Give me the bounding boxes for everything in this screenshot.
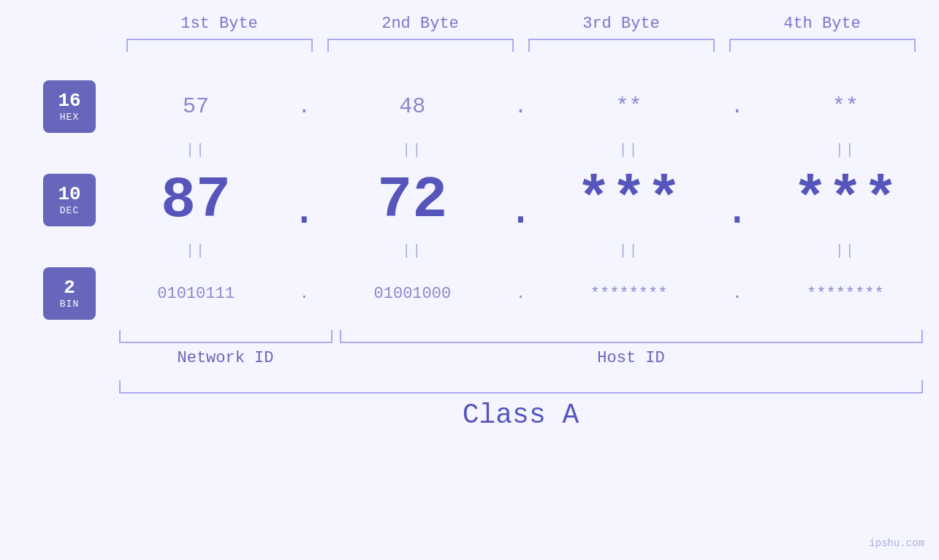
dec-b4: ***	[793, 167, 898, 234]
host-id-bracket	[340, 330, 923, 343]
hex-b2: 48	[399, 94, 425, 119]
hex-b4-cell: **	[752, 94, 939, 119]
class-a-label: Class A	[119, 399, 923, 431]
bottom-brackets	[119, 330, 923, 343]
bin-dot3: .	[723, 285, 752, 303]
separator-1: || || || ||	[102, 139, 939, 160]
bin-dot1: .	[289, 285, 319, 303]
sep1-b2: ||	[319, 142, 506, 158]
hex-badge: 16 HEX	[43, 80, 96, 133]
class-a-bracket	[119, 380, 923, 394]
bottom-labels: Network ID Host ID	[119, 349, 923, 367]
bracket-gap	[332, 330, 340, 343]
bracket-byte1	[126, 39, 313, 52]
dec-b1: 87	[161, 167, 231, 234]
hex-b1-cell: 57	[102, 94, 289, 119]
dec-b1-cell: 87	[102, 167, 289, 234]
dec-b3-cell: ***	[536, 167, 723, 234]
hex-dot2: .	[506, 94, 536, 119]
main-container: 1st Byte 2nd Byte 3rd Byte 4th Byte 16 H…	[0, 0, 939, 560]
dec-b3: ***	[577, 167, 682, 234]
hex-row: 57 . 48 . ** . **	[102, 74, 939, 139]
sep1-b3: ||	[536, 142, 723, 158]
bottom-section: Network ID Host ID Class A	[119, 330, 923, 431]
bin-b2: 01001000	[374, 285, 452, 303]
byte4-header: 4th Byte	[722, 15, 923, 33]
separator-2: || || || ||	[102, 240, 939, 261]
network-id-bracket	[119, 330, 332, 343]
bin-b1: 01010111	[157, 285, 235, 303]
bin-b4-cell: ********	[752, 285, 939, 303]
hex-b3: **	[616, 94, 642, 119]
hex-b2-cell: 48	[319, 94, 506, 119]
dec-row: 87 . 72 . *** . ***	[102, 160, 939, 240]
bin-b1-cell: 01010111	[102, 285, 289, 303]
hex-b4: **	[832, 94, 859, 119]
sep1-b4: ||	[752, 142, 939, 158]
hex-badge-label: HEX	[60, 112, 79, 123]
sep2-b3: ||	[536, 242, 723, 259]
dec-badge-num: 10	[58, 184, 80, 205]
bin-badge-label: BIN	[60, 299, 79, 310]
dec-dot3: .	[723, 167, 752, 233]
hex-b3-cell: **	[536, 94, 723, 119]
bin-b3-cell: ********	[536, 285, 723, 303]
hex-dot3: .	[723, 94, 752, 119]
dec-badge: 10 DEC	[43, 174, 96, 226]
byte-headers: 1st Byte 2nd Byte 3rd Byte 4th Byte	[119, 15, 923, 33]
bracket-byte3	[528, 39, 715, 52]
byte3-header: 3rd Byte	[521, 15, 722, 33]
badges-column: 16 HEX 10 DEC 2 BIN	[0, 74, 102, 326]
sep2-b2: ||	[319, 242, 506, 259]
bin-row: 01010111 . 01001000 . ******** .	[102, 261, 939, 326]
hex-b1: 57	[183, 94, 209, 119]
dec-b2: 72	[377, 167, 447, 234]
dec-dot2: .	[506, 167, 536, 233]
bin-b2-cell: 01001000	[319, 285, 506, 303]
bin-badge: 2 BIN	[43, 267, 96, 320]
watermark: ipshu.com	[869, 537, 924, 549]
dec-dot1: .	[289, 167, 319, 233]
host-id-label: Host ID	[340, 349, 923, 367]
ip-rows: 57 . 48 . ** . **	[102, 74, 939, 326]
hex-dot1: .	[289, 94, 319, 119]
bin-badge-num: 2	[64, 277, 75, 299]
byte2-header: 2nd Byte	[320, 15, 521, 33]
dec-b2-cell: 72	[319, 167, 506, 234]
dec-badge-label: DEC	[60, 205, 79, 216]
bin-b4: ********	[807, 285, 884, 303]
sep2-b4: ||	[752, 242, 939, 259]
bracket-byte2	[327, 39, 514, 52]
class-a-section: Class A	[119, 380, 923, 431]
sep1-b1: ||	[102, 142, 289, 158]
bin-dot2: .	[506, 285, 536, 303]
network-id-label: Network ID	[119, 349, 332, 367]
bracket-byte4	[729, 39, 916, 52]
byte1-header: 1st Byte	[119, 15, 320, 33]
content-area: 16 HEX 10 DEC 2 BIN	[0, 74, 939, 326]
hex-badge-num: 16	[58, 91, 80, 112]
dec-b4-cell: ***	[752, 167, 939, 234]
bin-b3: ********	[590, 285, 668, 303]
sep2-b1: ||	[102, 242, 289, 259]
top-brackets	[119, 39, 923, 52]
